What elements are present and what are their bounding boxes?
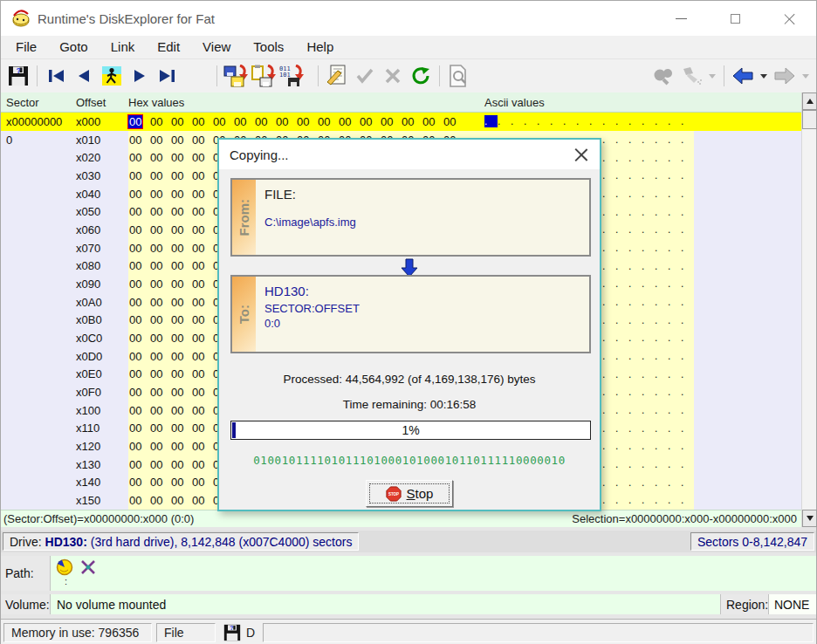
ascii-cell[interactable]: . bbox=[655, 332, 668, 344]
search-button[interactable] bbox=[649, 63, 677, 89]
hex-byte-cell[interactable]: 00 bbox=[170, 259, 191, 272]
ascii-cell[interactable]: . bbox=[537, 115, 550, 127]
ascii-cell[interactable]: . bbox=[602, 350, 615, 362]
hex-byte-cell[interactable]: 00 bbox=[128, 458, 149, 471]
ascii-cell[interactable]: . bbox=[668, 296, 681, 308]
ascii-cell[interactable]: . bbox=[642, 386, 655, 398]
ascii-cell[interactable]: . bbox=[628, 440, 642, 452]
ascii-cell[interactable]: . bbox=[668, 332, 681, 344]
ascii-cell[interactable]: . bbox=[615, 242, 628, 254]
ascii-cell[interactable]: . bbox=[642, 476, 655, 489]
ascii-cell[interactable]: . bbox=[681, 332, 694, 344]
ascii-cell[interactable]: . bbox=[642, 134, 655, 146]
hex-byte-cell[interactable]: 00 bbox=[149, 188, 170, 201]
ascii-cell[interactable]: . bbox=[628, 368, 642, 380]
hex-byte-cell[interactable]: 00 bbox=[191, 367, 212, 380]
ascii-cell[interactable]: . bbox=[668, 476, 681, 489]
ascii-cell[interactable]: . bbox=[668, 134, 681, 146]
ascii-cell[interactable]: . bbox=[668, 152, 681, 164]
ascii-cell[interactable]: . bbox=[602, 260, 615, 272]
hex-byte-cell[interactable]: 00 bbox=[359, 115, 380, 128]
hex-byte-cell[interactable]: 00 bbox=[170, 223, 191, 236]
ascii-cell[interactable]: . bbox=[628, 314, 642, 326]
hex-byte-cell[interactable]: 00 bbox=[191, 296, 212, 309]
ascii-cell[interactable]: . bbox=[655, 476, 668, 489]
hex-byte-cell[interactable]: 00 bbox=[128, 242, 149, 255]
ascii-cell[interactable]: . bbox=[668, 386, 681, 398]
nav-next-button[interactable] bbox=[126, 63, 154, 89]
hex-byte-cell[interactable]: 00 bbox=[191, 169, 212, 182]
ascii-cell[interactable]: . bbox=[615, 332, 628, 344]
ascii-cell[interactable]: . bbox=[655, 440, 668, 452]
ascii-cell[interactable]: . bbox=[642, 223, 655, 236]
hex-byte-cell[interactable]: 00 bbox=[170, 367, 191, 380]
ascii-cell[interactable]: . bbox=[602, 368, 615, 380]
ascii-cell[interactable]: . bbox=[642, 260, 655, 272]
hex-byte-cell[interactable]: 00 bbox=[128, 313, 149, 326]
hex-byte-cell[interactable]: 00 bbox=[149, 440, 170, 453]
ascii-cell[interactable]: . bbox=[655, 223, 668, 236]
hex-byte-cell[interactable]: 00 bbox=[170, 332, 191, 345]
ascii-cell[interactable]: . bbox=[484, 115, 498, 127]
disk-pacman-icon[interactable] bbox=[56, 558, 73, 576]
link-hub-icon[interactable] bbox=[80, 559, 96, 575]
ascii-cell[interactable]: . bbox=[655, 134, 668, 146]
ascii-cell[interactable]: . bbox=[602, 134, 615, 146]
ascii-cell[interactable]: . bbox=[642, 314, 655, 326]
edit-button[interactable] bbox=[323, 63, 351, 89]
menu-item-file[interactable]: File bbox=[4, 36, 48, 58]
ascii-cell[interactable]: . bbox=[615, 188, 628, 200]
flashlight-button[interactable] bbox=[677, 63, 705, 89]
ascii-cell[interactable]: . bbox=[615, 260, 628, 272]
hex-byte-cell[interactable]: 00 bbox=[128, 367, 149, 380]
hex-byte-cell[interactable]: 00 bbox=[128, 115, 149, 128]
ascii-cell[interactable]: . bbox=[642, 332, 655, 344]
hex-byte-cell[interactable]: 00 bbox=[212, 115, 233, 128]
print-preview-button[interactable] bbox=[444, 63, 472, 89]
hex-byte-cell[interactable]: 00 bbox=[128, 494, 149, 507]
ascii-cell[interactable]: . bbox=[681, 296, 694, 308]
ascii-cell[interactable]: . bbox=[642, 494, 655, 506]
ascii-cell[interactable]: . bbox=[655, 404, 668, 416]
hex-byte-cell[interactable]: 00 bbox=[191, 151, 212, 164]
ascii-cell[interactable]: . bbox=[628, 206, 642, 218]
ascii-cell[interactable]: . bbox=[615, 223, 628, 236]
ascii-cell[interactable]: . bbox=[681, 260, 694, 272]
ascii-cell[interactable]: . bbox=[602, 188, 615, 200]
ascii-cell[interactable]: . bbox=[642, 188, 655, 200]
ascii-cell[interactable]: . bbox=[602, 476, 615, 489]
ascii-cell[interactable]: . bbox=[615, 458, 628, 470]
close-button[interactable] bbox=[762, 1, 816, 36]
hex-byte-cell[interactable]: 00 bbox=[254, 115, 275, 128]
ascii-cell[interactable]: . bbox=[642, 296, 655, 308]
ascii-cell[interactable]: . bbox=[655, 260, 668, 272]
ascii-cell[interactable]: . bbox=[602, 152, 615, 164]
hex-byte-cell[interactable]: 00 bbox=[191, 134, 212, 147]
ascii-cell[interactable]: . bbox=[642, 152, 655, 164]
hex-byte-cell[interactable]: 00 bbox=[149, 134, 170, 147]
ascii-cell[interactable]: . bbox=[642, 440, 655, 452]
ascii-cell[interactable]: . bbox=[628, 386, 642, 398]
ascii-cell[interactable]: . bbox=[681, 242, 694, 254]
hex-byte-cell[interactable]: 00 bbox=[149, 386, 170, 399]
menu-item-tools[interactable]: Tools bbox=[242, 36, 295, 58]
hex-byte-cell[interactable]: 00 bbox=[170, 313, 191, 326]
ascii-cell[interactable]: . bbox=[642, 206, 655, 218]
hex-byte-cell[interactable]: 00 bbox=[149, 421, 170, 435]
ascii-cell[interactable]: . bbox=[655, 368, 668, 380]
hex-byte-cell[interactable]: 00 bbox=[191, 494, 212, 507]
scrollbar-thumb[interactable] bbox=[802, 110, 817, 129]
hex-byte-cell[interactable]: 00 bbox=[149, 259, 170, 272]
ascii-cell[interactable]: . bbox=[681, 277, 694, 290]
ascii-cell[interactable]: . bbox=[668, 458, 681, 470]
ascii-cell[interactable]: . bbox=[681, 134, 694, 146]
ascii-cell[interactable]: . bbox=[655, 386, 668, 398]
forward-dropdown[interactable] bbox=[802, 74, 809, 79]
ascii-cell[interactable]: . bbox=[681, 386, 694, 398]
ascii-cell[interactable]: . bbox=[628, 296, 642, 308]
hex-byte-cell[interactable]: 00 bbox=[422, 115, 443, 128]
menu-item-help[interactable]: Help bbox=[295, 36, 345, 58]
ascii-cell[interactable]: . bbox=[524, 115, 537, 127]
hex-byte-cell[interactable]: 00 bbox=[128, 188, 149, 201]
ascii-cell[interactable]: . bbox=[615, 368, 628, 380]
